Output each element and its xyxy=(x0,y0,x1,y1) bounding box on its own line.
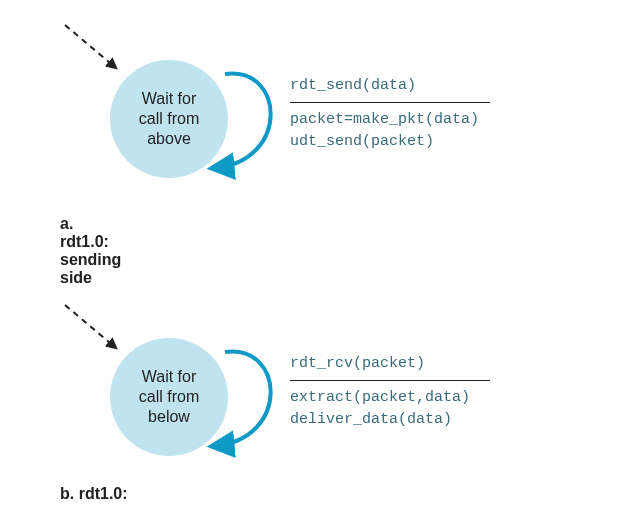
svg-line-0 xyxy=(65,25,116,68)
transition-action: udt_send(packet) xyxy=(290,131,490,153)
caption-sender: a. rdt1.0: sending side xyxy=(60,215,121,287)
state-label-line: above xyxy=(147,129,191,149)
state-wait-below: Wait for call from below xyxy=(110,338,228,456)
transition-label: rdt_send(data) packet=make_pkt(data) udt… xyxy=(290,75,490,152)
initial-arrow-icon xyxy=(60,20,140,80)
state-wait-above: Wait for call from above xyxy=(110,60,228,178)
state-label-line: below xyxy=(148,407,190,427)
state-label-line: Wait for xyxy=(142,367,197,387)
state-label-line: call from xyxy=(139,109,199,129)
transition-action: deliver_data(data) xyxy=(290,409,490,431)
transition-action: packet=make_pkt(data) xyxy=(290,109,490,131)
transition-divider xyxy=(290,380,490,381)
state-label-line: Wait for xyxy=(142,89,197,109)
transition-event: rdt_rcv(packet) xyxy=(290,353,490,375)
transition-label: rdt_rcv(packet) extract(packet,data) del… xyxy=(290,353,490,430)
initial-arrow-icon xyxy=(60,300,140,360)
transition-event: rdt_send(data) xyxy=(290,75,490,97)
svg-line-1 xyxy=(65,305,116,348)
state-label-line: call from xyxy=(139,387,199,407)
caption-receiver: b. rdt1.0: receiving side xyxy=(60,485,130,505)
transition-divider xyxy=(290,102,490,103)
transition-action: extract(packet,data) xyxy=(290,387,490,409)
